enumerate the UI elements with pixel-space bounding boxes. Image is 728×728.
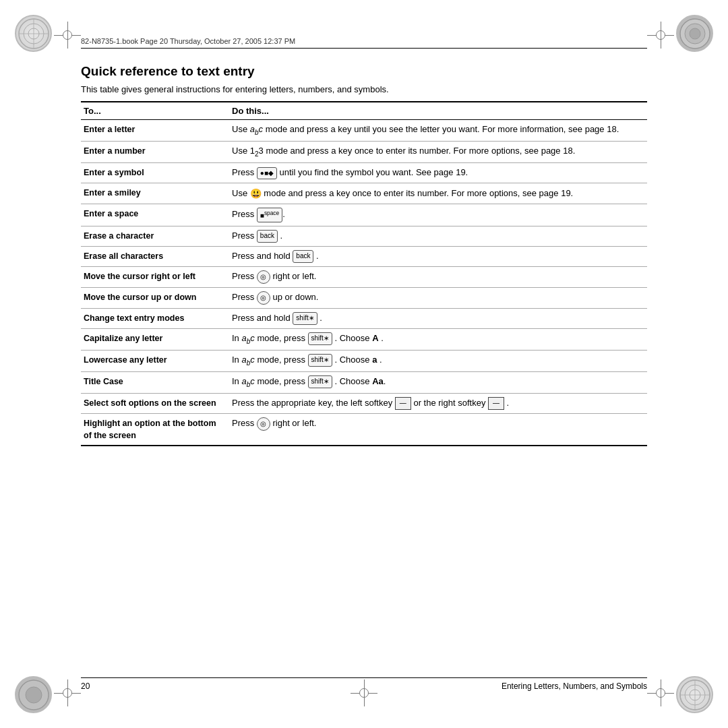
abc-mode-icon4: abc: [241, 376, 254, 386]
svg-point-9: [26, 687, 42, 703]
table-row: Enter a smiley Use 😃 mode and press a ke…: [81, 183, 647, 204]
space-key: ■space: [257, 208, 282, 222]
table-row: Erase a character Press back .: [81, 226, 647, 247]
page-footer: 20 Entering Letters, Numbers, and Symbol…: [81, 677, 647, 691]
table-row: Move the cursor up or down Press ◎ up or…: [81, 287, 647, 308]
row-do: Press ■space.: [229, 204, 647, 226]
nav-key-ud: ◎: [257, 291, 270, 305]
row-to: Change text entry modes: [81, 308, 229, 328]
shift-star-key: shift∗: [293, 312, 317, 325]
row-to: Erase a character: [81, 226, 229, 247]
row-to: Select soft options on the screen: [81, 393, 229, 413]
row-do: In abc mode, press shift∗ . Choose A .: [229, 328, 647, 350]
abc-mode-icon3: abc: [241, 355, 254, 365]
back-key-hold: back: [293, 250, 313, 263]
back-key: back: [257, 230, 278, 243]
table-row: Highlight an option at the bottom of the…: [81, 413, 647, 446]
row-to: Highlight an option at the bottom of the…: [81, 413, 229, 446]
row-do: Press and hold shift∗ .: [229, 308, 647, 328]
table-row: Capitalize any letter In abc mode, press…: [81, 328, 647, 350]
row-do: Use 😃 mode and press a key once to enter…: [229, 183, 647, 204]
table-row: Title Case In abc mode, press shift∗ . C…: [81, 371, 647, 393]
row-to: Enter a smiley: [81, 183, 229, 204]
row-do: Press ◎ up or down.: [229, 287, 647, 308]
row-to: Enter a letter: [81, 120, 229, 142]
row-do: Use abc mode and press a key until you s…: [229, 120, 647, 142]
row-to: Enter a symbol: [81, 163, 229, 183]
shift-star-key3: shift∗: [308, 354, 332, 367]
shift-star-key2: shift∗: [308, 332, 332, 345]
left-softkey: —: [395, 397, 411, 410]
table-row: Enter a number Use 123 mode and press a …: [81, 142, 647, 163]
row-do: In abc mode, press shift∗ . Choose Aa.: [229, 371, 647, 393]
row-to: Move the cursor up or down: [81, 287, 229, 308]
table-row: Enter a symbol Press ●■◆ until you find …: [81, 163, 647, 183]
svg-point-7: [690, 28, 700, 39]
reference-table: To... Do this... Enter a letter Use abc …: [81, 101, 647, 446]
row-to: Enter a space: [81, 204, 229, 226]
table-row: Lowercase any letter In abc mode, press …: [81, 350, 647, 371]
page-container: 82-N8735-1.book Page 20 Thursday, Octobe…: [0, 0, 728, 728]
shift-star-key4: shift∗: [308, 375, 332, 388]
row-to: Lowercase any letter: [81, 350, 229, 371]
table-header-row: To... Do this...: [81, 102, 647, 120]
table-row: Enter a letter Use abc mode and press a …: [81, 120, 647, 142]
smiley-mode-icon: 😃: [250, 187, 262, 200]
abc-mode-icon: abc: [250, 124, 263, 134]
watermark-tl: [15, 15, 52, 52]
crosshair-tr: [647, 22, 674, 49]
col1-header: To...: [81, 102, 229, 120]
row-to: Capitalize any letter: [81, 328, 229, 350]
row-to: Erase all characters: [81, 247, 229, 267]
nav-key: ◎: [257, 270, 270, 284]
crosshair-br: [647, 679, 674, 706]
abc-mode-icon2: abc: [241, 333, 254, 343]
row-do: Press and hold back .: [229, 247, 647, 267]
row-do: Press the appropriate key, the left soft…: [229, 393, 647, 413]
row-to: Enter a number: [81, 142, 229, 163]
watermark-br: [676, 676, 713, 713]
symbol-key: ●■◆: [257, 167, 277, 180]
row-to: Title Case: [81, 371, 229, 393]
nav-key-hl: ◎: [257, 417, 270, 431]
page-number: 20: [81, 681, 90, 691]
row-do: Press ●■◆ until you find the symbol you …: [229, 163, 647, 183]
row-do: Press back .: [229, 226, 647, 247]
row-do: Press ◎ right or left.: [229, 266, 647, 287]
section-intro: This table gives general instructions fo…: [81, 84, 647, 94]
footer-text: Entering Letters, Numbers, and Symbols: [502, 681, 647, 691]
crosshair-bl: [54, 679, 81, 706]
row-to: Move the cursor right or left: [81, 266, 229, 287]
table-row: Enter a space Press ■space.: [81, 204, 647, 226]
table-row: Change text entry modes Press and hold s…: [81, 308, 647, 328]
content-area: Quick reference to text entry This table…: [81, 64, 647, 667]
watermark-bl: [15, 676, 52, 713]
page-header: 82-N8735-1.book Page 20 Thursday, Octobe…: [81, 37, 647, 49]
row-do: Press ◎ right or left.: [229, 413, 647, 446]
row-do: In abc mode, press shift∗ . Choose a .: [229, 350, 647, 371]
header-text: 82-N8735-1.book Page 20 Thursday, Octobe…: [81, 37, 295, 45]
col2-header: Do this...: [229, 102, 647, 120]
table-row: Select soft options on the screen Press …: [81, 393, 647, 413]
right-softkey: —: [488, 397, 504, 410]
row-do: Use 123 mode and press a key once to ent…: [229, 142, 647, 163]
crosshair-tl: [54, 22, 81, 49]
section-title: Quick reference to text entry: [81, 64, 647, 79]
table-row: Erase all characters Press and hold back…: [81, 247, 647, 267]
watermark-tr: [676, 15, 713, 52]
num-mode-icon: 123: [250, 146, 264, 156]
table-row: Move the cursor right or left Press ◎ ri…: [81, 266, 647, 287]
